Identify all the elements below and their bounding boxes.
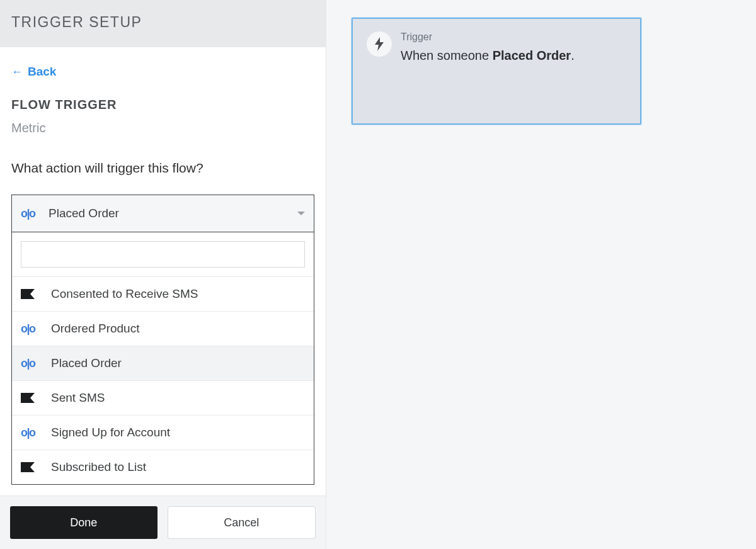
sidebar-footer: Done Cancel (0, 495, 326, 549)
flag-icon (21, 289, 41, 299)
back-label: Back (28, 65, 56, 79)
dropdown-option-label: Sent SMS (51, 391, 105, 405)
page-title: TRIGGER SETUP (11, 14, 314, 31)
dropdown-option[interactable]: o|oOrdered Product (12, 311, 314, 346)
dropdown-option[interactable]: Consented to Receive SMS (12, 276, 314, 311)
dropdown-option-label: Subscribed to List (51, 460, 146, 474)
dropdown-option-label: Signed Up for Account (51, 426, 170, 439)
sidebar-body: ← Back FLOW TRIGGER Metric What action w… (0, 47, 326, 495)
olo-icon: o|o (21, 426, 41, 439)
dropdown-option[interactable]: Sent SMS (12, 380, 314, 415)
trigger-metric: Placed Order (493, 48, 571, 62)
olo-icon: o|o (21, 207, 41, 220)
section-heading: FLOW TRIGGER (11, 98, 314, 112)
sidebar-header: TRIGGER SETUP (0, 0, 326, 47)
dropdown-option[interactable]: o|oSigned Up for Account (12, 415, 314, 450)
dropdown-selected[interactable]: o|o Placed Order (11, 195, 314, 232)
sidebar: TRIGGER SETUP ← Back FLOW TRIGGER Metric… (0, 0, 326, 549)
trigger-text: Trigger When someone Placed Order. (401, 31, 626, 64)
olo-icon: o|o (21, 322, 41, 336)
trigger-card-content: Trigger When someone Placed Order. (367, 31, 626, 64)
flag-icon (21, 393, 41, 403)
olo-icon: o|o (21, 357, 41, 370)
cancel-button[interactable]: Cancel (168, 506, 316, 539)
arrow-left-icon: ← (11, 66, 23, 77)
dropdown-option[interactable]: o|oPlaced Order (12, 346, 314, 380)
bolt-icon (367, 31, 392, 57)
back-button[interactable]: ← Back (11, 47, 56, 91)
dropdown-option-label: Consented to Receive SMS (51, 287, 198, 301)
trigger-prefix: When someone (401, 48, 493, 62)
trigger-card[interactable]: Trigger When someone Placed Order. (352, 18, 641, 125)
trigger-dropdown: o|o Placed Order Consented to Receive SM… (11, 195, 314, 232)
canvas-area: Trigger When someone Placed Order. (326, 0, 756, 549)
dropdown-search-input[interactable] (21, 241, 305, 268)
dropdown-option-label: Placed Order (51, 356, 122, 370)
question-label: What action will trigger this flow? (11, 161, 314, 176)
dropdown-option[interactable]: Subscribed to List (12, 450, 314, 484)
subheading-metric: Metric (11, 121, 314, 135)
chevron-down-icon (297, 212, 305, 215)
dropdown-selected-label: Placed Order (49, 207, 297, 220)
dropdown-option-label: Ordered Product (51, 322, 139, 336)
dropdown-panel: Consented to Receive SMSo|oOrdered Produ… (11, 232, 314, 485)
trigger-label: Trigger (401, 31, 626, 43)
dropdown-search-row (12, 232, 314, 276)
trigger-suffix: . (571, 48, 575, 62)
done-button[interactable]: Done (10, 506, 158, 539)
trigger-description: When someone Placed Order. (401, 47, 626, 64)
flag-icon (21, 462, 41, 472)
